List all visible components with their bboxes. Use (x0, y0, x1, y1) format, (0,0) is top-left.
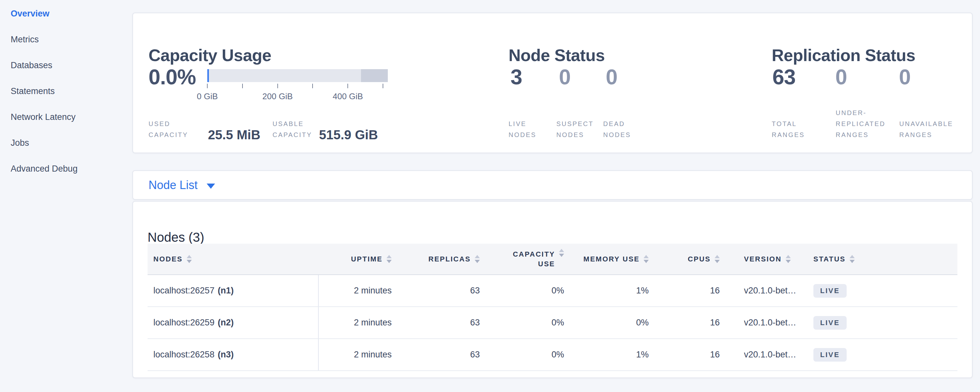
replicas-cell: 63 (398, 275, 486, 306)
capacity-usage-title: Capacity Usage (148, 46, 271, 65)
uptime-cell: 2 minutes (319, 307, 398, 338)
gauge-tick (347, 84, 348, 88)
total-ranges-count: 63 (772, 66, 795, 88)
status-badge: LIVE (813, 284, 846, 298)
memory-use-cell: 1% (571, 275, 655, 306)
node-address-cell: localhost:26259 (n2) (148, 307, 319, 338)
node-status-title: Node Status (509, 46, 605, 65)
status-cell: LIVE (807, 275, 958, 306)
usable-capacity-label: USABLE CAPACITY (272, 118, 319, 140)
used-capacity-value: 25.5 MiB (208, 129, 260, 141)
status-cell: LIVE (807, 339, 958, 370)
capacity-use-cell: 0% (486, 307, 571, 338)
status-cell: LIVE (807, 307, 958, 338)
node-address: localhost:26257 (153, 286, 215, 296)
cluster-summary-card: Capacity Usage 0.0% 0 GiB 200 GiB 400 Gi… (132, 13, 972, 153)
column-header-status[interactable]: STATUS (807, 244, 958, 274)
column-header-capacity-use[interactable]: CAPACITY USE (486, 244, 571, 274)
node-address-cell: localhost:26258 (n3) (148, 339, 319, 370)
unavailable-ranges-count: 0 (899, 66, 911, 88)
sort-icon (559, 249, 564, 257)
uptime-cell: 2 minutes (319, 275, 398, 306)
sort-icon (187, 255, 192, 263)
node-list-dropdown[interactable]: Node List (148, 178, 197, 192)
column-header-replicas[interactable]: REPLICAS (398, 244, 486, 274)
capacity-gauge-other-segment (361, 69, 388, 82)
nodes-table-header: NODES UPTIME REPLICAS CAPACITY USE MEMOR… (148, 244, 958, 275)
used-capacity-label: USED CAPACITY (148, 118, 208, 140)
sidebar-item-network-latency[interactable]: Network Latency (11, 112, 76, 123)
sort-icon (714, 255, 720, 263)
view-selector-card: Node List (132, 170, 972, 200)
gauge-axis-label-0: 0 GiB (197, 91, 218, 102)
memory-use-cell: 1% (571, 339, 655, 370)
gauge-tick (383, 84, 383, 88)
sort-icon (786, 255, 791, 263)
capacity-gauge-used-segment (207, 69, 209, 82)
total-ranges-label: TOTAL RANGES (772, 118, 805, 140)
sidebar-item-databases[interactable]: Databases (11, 60, 52, 71)
capacity-used-percent: 0.0% (148, 66, 196, 88)
column-header-version[interactable]: VERSION (726, 244, 807, 274)
sort-icon (387, 255, 392, 263)
column-header-label: CAPACITY USE (513, 250, 555, 269)
version-cell: v20.1.0-bet… (726, 275, 807, 306)
memory-use-cell: 0% (571, 307, 655, 338)
nodes-card: Nodes (3) NODES UPTIME REPLICAS CAPACITY… (132, 201, 972, 378)
column-header-label: CPUS (688, 254, 711, 264)
column-header-label: VERSION (744, 254, 782, 264)
node-address: localhost:26258 (153, 350, 215, 360)
capacity-use-cell: 0% (486, 275, 571, 306)
used-capacity-stat: USED CAPACITY 25.5 MiB (148, 118, 260, 140)
gauge-tick (242, 84, 243, 88)
gauge-tick (312, 84, 313, 88)
usable-capacity-value: 515.9 GiB (319, 129, 378, 141)
node-id: (n1) (218, 286, 234, 296)
column-header-label: STATUS (813, 254, 846, 264)
node-id: (n3) (218, 350, 234, 360)
caret-down-icon[interactable] (207, 183, 215, 189)
column-header-cpus[interactable]: CPUS (655, 244, 726, 274)
column-header-nodes[interactable]: NODES (148, 244, 319, 274)
live-nodes-count: 3 (511, 66, 522, 88)
gauge-tick (277, 84, 278, 88)
sidebar-item-jobs[interactable]: Jobs (11, 137, 29, 148)
version-cell: v20.1.0-bet… (726, 307, 807, 338)
status-badge: LIVE (813, 348, 846, 362)
node-id: (n2) (218, 318, 234, 328)
cpus-cell: 16 (655, 307, 726, 338)
table-row-node-3[interactable]: localhost:26258 (n3) 2 minutes 63 0% 1% … (148, 339, 958, 371)
column-header-label: UPTIME (351, 254, 383, 264)
uptime-cell: 2 minutes (319, 339, 398, 370)
sidebar-item-overview[interactable]: Overview (11, 8, 49, 19)
sidebar-item-statements[interactable]: Statements (11, 86, 55, 97)
version-cell: v20.1.0-bet… (726, 339, 807, 370)
sort-icon (850, 255, 855, 263)
replication-status-title: Replication Status (772, 46, 915, 65)
sort-icon (644, 255, 649, 263)
column-header-uptime[interactable]: UPTIME (319, 244, 398, 274)
nodes-table: NODES UPTIME REPLICAS CAPACITY USE MEMOR… (148, 244, 958, 371)
unavailable-ranges-label: UNAVAILABLE RANGES (899, 118, 953, 140)
under-replicated-ranges-count: 0 (835, 66, 847, 88)
node-address: localhost:26259 (153, 318, 215, 328)
sidebar-item-advanced-debug[interactable]: Advanced Debug (11, 163, 78, 174)
live-nodes-label: LIVE NODES (509, 118, 536, 140)
under-replicated-ranges-label: UNDER- REPLICATED RANGES (836, 107, 885, 140)
table-row-node-1[interactable]: localhost:26257 (n1) 2 minutes 63 0% 1% … (148, 275, 958, 307)
gauge-axis-label-200: 200 GiB (262, 91, 293, 102)
column-header-memory-use[interactable]: MEMORY USE (571, 244, 655, 274)
usable-capacity-stat: USABLE CAPACITY 515.9 GiB (272, 118, 378, 140)
column-header-label: REPLICAS (428, 254, 471, 264)
sidebar-item-metrics[interactable]: Metrics (11, 34, 39, 45)
gauge-tick (207, 84, 208, 88)
replicas-cell: 63 (398, 307, 486, 338)
capacity-gauge (207, 69, 388, 82)
sort-icon (475, 255, 480, 263)
node-address-cell: localhost:26257 (n1) (148, 275, 319, 306)
cpus-cell: 16 (655, 275, 726, 306)
capacity-use-cell: 0% (486, 339, 571, 370)
table-row-node-2[interactable]: localhost:26259 (n2) 2 minutes 63 0% 0% … (148, 307, 958, 339)
suspect-nodes-count: 0 (559, 66, 571, 88)
column-header-label: NODES (153, 254, 183, 264)
